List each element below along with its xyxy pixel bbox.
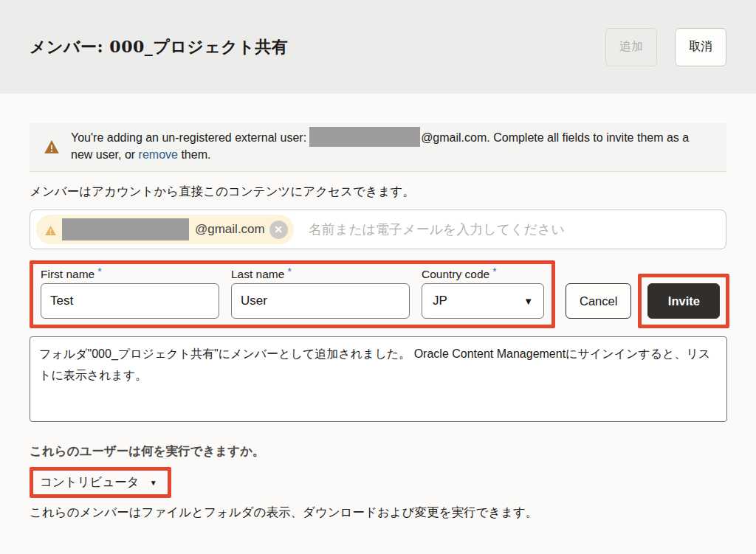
country-code-label: Country code*	[422, 266, 544, 281]
header-actions: 追加 取消	[605, 28, 726, 66]
last-name-input[interactable]	[231, 283, 410, 319]
required-asterisk: *	[97, 266, 101, 277]
permissions-question: これらのユーザーは何を実行できますか。	[30, 443, 726, 460]
recipient-input[interactable]: @gmail.com ✕ 名前または電子メールを入力してください	[30, 210, 726, 249]
last-name-field-group: Last name*	[231, 266, 410, 319]
chip-email-domain: @gmail.com	[195, 222, 265, 237]
redacted-email-user	[309, 127, 420, 147]
page-title: メンバー: 000_プロジェクト共有	[30, 36, 288, 58]
recipient-placeholder: 名前または電子メールを入力してください	[309, 221, 565, 238]
dialog-content: You're adding an un-registered external …	[0, 123, 756, 521]
warning-text-after: them.	[178, 148, 210, 161]
members-intro-text: メンバーはアカウントから直接このコンテンツにアクセスできます。	[30, 184, 726, 200]
invite-message-textarea[interactable]: フォルダ"000_プロジェクト共有"にメンバーとして追加されました。 Oracl…	[30, 336, 727, 422]
first-name-input[interactable]	[41, 283, 219, 319]
dialog-header: メンバー: 000_プロジェクト共有 追加 取消	[0, 0, 756, 94]
chevron-down-icon: ▼	[150, 479, 157, 487]
invite-button[interactable]: Invite	[647, 283, 720, 319]
warning-text: You're adding an un-registered external …	[71, 130, 712, 163]
country-code-select[interactable]: JP ▼	[422, 283, 544, 319]
warning-icon	[44, 140, 59, 153]
chip-remove-icon[interactable]: ✕	[269, 221, 288, 239]
email-chip: @gmail.com ✕	[36, 215, 294, 244]
invite-form-row: First name* Last name* Country code* JP …	[30, 260, 726, 328]
warning-banner: You're adding an un-registered external …	[30, 123, 726, 172]
remove-link[interactable]: remove	[139, 148, 178, 161]
warning-email-domain: @gmail.com	[421, 131, 487, 144]
permissions-description: これらのメンバーはファイルとフォルダの表示、ダウンロードおよび変更を実行できます…	[30, 505, 726, 521]
role-value: コントリビュータ	[40, 474, 140, 491]
required-asterisk: *	[492, 266, 496, 277]
redacted-chip-user	[62, 218, 189, 240]
country-code-field-group: Country code* JP ▼	[422, 266, 544, 319]
chip-warning-icon	[45, 225, 56, 235]
annotation-box-fields: First name* Last name* Country code* JP …	[30, 260, 555, 328]
cancel-button[interactable]: Cancel	[566, 283, 631, 319]
add-button[interactable]: 追加	[605, 28, 657, 66]
warning-text-before: You're adding an un-registered external …	[71, 131, 306, 144]
first-name-label: First name*	[41, 266, 219, 281]
last-name-label: Last name*	[231, 266, 410, 281]
first-name-field-group: First name*	[41, 266, 219, 319]
role-select[interactable]: コントリビュータ ▼	[30, 467, 171, 498]
cancel-dialog-button[interactable]: 取消	[675, 28, 726, 66]
chevron-down-icon: ▼	[523, 296, 533, 307]
country-code-value: JP	[433, 294, 447, 308]
annotation-box-invite: Invite	[638, 274, 729, 328]
required-asterisk: *	[287, 266, 291, 277]
